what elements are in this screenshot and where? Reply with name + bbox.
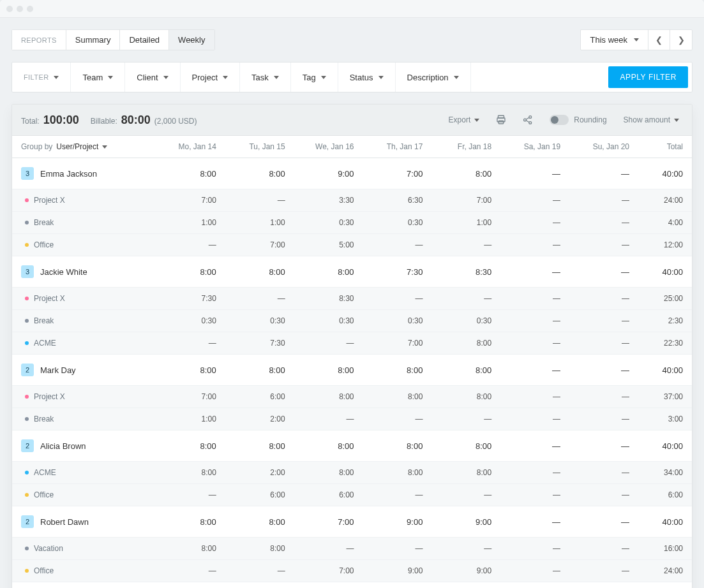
date-prev-button[interactable]: ❮ [648, 30, 670, 50]
svg-line-7 [526, 121, 529, 122]
share-icon [522, 114, 534, 126]
filter-tag[interactable]: Tag [291, 62, 338, 92]
user-row[interactable]: 2Robert Dawn8:008:007:009:009:00——40:00 [12, 506, 692, 538]
report-tabs: REPORTS Summary Detailed Weekly [11, 29, 215, 50]
caret-down-icon [321, 76, 326, 79]
window-dot-2-icon [17, 6, 23, 12]
chevron-left-icon: ❮ [655, 35, 663, 45]
project-name: Break [34, 316, 54, 325]
print-button[interactable] [492, 111, 510, 129]
project-count-badge: 3 [21, 167, 34, 180]
user-name: Mark Day [40, 365, 76, 375]
date-range-picker[interactable]: This week [581, 30, 648, 50]
project-color-icon [25, 297, 29, 300]
project-name: Office [34, 490, 54, 499]
project-color-icon [25, 243, 29, 247]
user-name: Emma Jackson [40, 169, 97, 179]
user-name: Robert Dawn [40, 517, 89, 527]
share-button[interactable] [519, 111, 537, 129]
report-panel: Total: 100:00 Billable: 80:00 (2,000 USD… [11, 104, 693, 588]
project-row[interactable]: Office—6:006:00————6:00 [12, 484, 692, 506]
project-color-icon [25, 221, 29, 224]
col-day: Su, Jan 20 [565, 136, 634, 158]
tab-summary[interactable]: Summary [66, 30, 121, 50]
filter-task[interactable]: Task [240, 62, 291, 92]
export-dropdown[interactable]: Export [445, 113, 484, 127]
project-name: Office [34, 240, 54, 249]
show-amount-dropdown[interactable]: Show amount [620, 113, 683, 127]
caret-down-icon [223, 76, 228, 79]
project-row[interactable]: Project X7:00—3:306:307:00——24:00 [12, 189, 692, 212]
project-row[interactable]: Project X7:006:008:008:008:00——37:00 [12, 386, 692, 408]
caret-down-icon [163, 76, 169, 79]
date-next-button[interactable]: ❯ [670, 30, 692, 50]
project-row[interactable]: Break0:300:300:300:300:30——2:30 [12, 310, 692, 332]
tab-detailed[interactable]: Detailed [120, 30, 169, 50]
svg-line-6 [526, 117, 529, 119]
weekly-report-table: Group by User/Project Mo, Jan 14Tu, Jan … [12, 136, 692, 588]
project-name: Vacation [34, 544, 63, 553]
date-range-nav: This week ❮ ❯ [580, 29, 693, 50]
filter-team[interactable]: Team [71, 62, 125, 92]
table-header-row: Group by User/Project Mo, Jan 14Tu, Jan … [12, 136, 692, 158]
project-color-icon [25, 319, 29, 323]
project-row[interactable]: ACME8:002:008:008:008:00——34:00 [12, 462, 692, 484]
caret-down-icon [674, 119, 679, 122]
grand-total-label: Total [12, 582, 153, 589]
project-row[interactable]: Break1:002:00—————3:00 [12, 408, 692, 430]
caret-down-icon [474, 119, 479, 122]
filter-project[interactable]: Project [181, 62, 240, 92]
col-day: Mo, Jan 14 [153, 136, 221, 158]
project-row[interactable]: Office——7:009:009:00——24:00 [12, 560, 692, 582]
project-name: Project X [34, 196, 65, 205]
project-count-badge: 2 [21, 439, 34, 452]
project-name: Break [34, 415, 54, 423]
apply-filter-button[interactable]: APPLY FILTER [608, 66, 688, 88]
group-by-selector[interactable]: Group by User/Project [21, 142, 147, 151]
filter-label: FILTER [12, 62, 71, 92]
filter-bar: FILTER Team Client Project Task Tag Stat… [11, 62, 693, 92]
col-day: Sa, Jan 19 [497, 136, 565, 158]
filter-client[interactable]: Client [125, 62, 180, 92]
user-name: Alicia Brown [40, 441, 86, 451]
project-name: Office [34, 566, 54, 575]
project-count-badge: 2 [21, 515, 34, 528]
report-summary-bar: Total: 100:00 Billable: 80:00 (2,000 USD… [12, 105, 692, 136]
print-icon [495, 114, 507, 126]
caret-down-icon [108, 76, 113, 79]
app-window: REPORTS Summary Detailed Weekly This wee… [0, 0, 704, 588]
project-color-icon [25, 198, 29, 202]
reports-label: REPORTS [12, 30, 66, 50]
project-name: Project X [34, 294, 65, 303]
window-dot-1-icon [6, 6, 13, 12]
project-color-icon [25, 417, 29, 421]
user-row[interactable]: 3Emma Jackson8:008:009:007:008:00——40:00 [12, 158, 692, 189]
project-count-badge: 2 [21, 364, 34, 376]
date-range-label: This week [590, 35, 627, 45]
total-value: 100:00 [43, 114, 79, 127]
rounding-toggle[interactable]: Rounding [546, 112, 610, 128]
caret-down-icon [102, 145, 107, 149]
billable-value: 80:00 [121, 114, 151, 127]
svg-rect-2 [498, 121, 504, 124]
col-day: We, Jan 16 [290, 136, 359, 158]
project-row[interactable]: ACME—7:30—7:008:00——22:30 [12, 332, 692, 355]
project-row[interactable]: Project X7:30—8:30————25:00 [12, 288, 692, 310]
project-color-icon [25, 569, 29, 573]
project-row[interactable]: Vacation8:008:00—————16:00 [12, 538, 692, 560]
project-row[interactable]: Break1:001:000:300:301:00——4:00 [12, 212, 692, 234]
project-color-icon [25, 471, 29, 474]
user-row[interactable]: 3Jackie White8:008:008:007:308:30——40:00 [12, 256, 692, 288]
project-color-icon [25, 395, 29, 399]
user-row[interactable]: 2Mark Day8:008:008:008:008:00——40:00 [12, 355, 692, 386]
project-row[interactable]: Office—7:005:00————12:00 [12, 234, 692, 256]
grand-total-row: Total40:0040:0039:0039:3041:30——200:00 [12, 582, 692, 589]
chevron-right-icon: ❯ [678, 35, 685, 45]
user-row[interactable]: 2Alicia Brown8:008:008:008:008:00——40:00 [12, 430, 692, 462]
caret-down-icon [378, 76, 384, 79]
filter-description[interactable]: Description [396, 62, 471, 92]
filter-status[interactable]: Status [338, 62, 396, 92]
total-label: Total: [21, 117, 40, 126]
tab-weekly[interactable]: Weekly [169, 30, 214, 50]
col-day: Th, Jan 17 [359, 136, 428, 158]
